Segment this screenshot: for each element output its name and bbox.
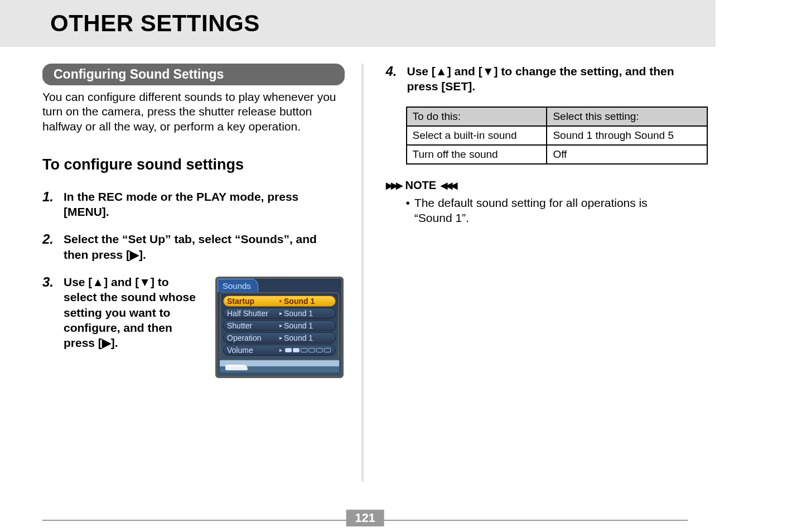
step-number: 2.	[42, 231, 64, 262]
note-decoration-left-icon: ◀◀◀	[441, 180, 456, 191]
settings-table: To do this: Select this setting: Select …	[406, 107, 708, 165]
step-text: In the REC mode or the PLAY mode, press …	[64, 189, 345, 220]
left-column: Configuring Sound Settings You can confi…	[42, 64, 361, 482]
right-column: 4. Use [▲] and [▼] to change the setting…	[364, 64, 688, 482]
table-cell: Sound 1 through Sound 5	[547, 126, 707, 145]
note-heading: ▶▶▶ NOTE ◀◀◀	[386, 179, 688, 192]
play-icon: ▸	[277, 335, 284, 341]
step-3-row: 3. Use [▲] and [▼] to select the sound w…	[42, 274, 345, 378]
page-title-bar: OTHER SETTINGS	[0, 0, 716, 47]
step-2: 2. Select the “Set Up” tab, select “Soun…	[42, 231, 345, 262]
step-text: Use [▲] and [▼] to select the sound whos…	[64, 274, 204, 350]
table-header-cell: Select this setting:	[547, 107, 707, 126]
step-1: 1. In the REC mode or the PLAY mode, pre…	[42, 189, 345, 220]
menu-item-label: Startup	[227, 297, 277, 306]
menu-item-value: Sound 1	[284, 309, 313, 318]
volume-bar	[285, 348, 331, 352]
camera-menu-graphic: Sounds Startup ● Sound 1 Half Shutter ▸ …	[215, 277, 344, 378]
manual-page: OTHER SETTINGS Configuring Sound Setting…	[0, 0, 716, 532]
table-row: Turn off the sound Off	[407, 145, 708, 164]
step-number: 1.	[42, 189, 64, 220]
page-footer: 121	[42, 520, 688, 521]
play-icon: ▸	[277, 322, 284, 328]
table-cell: Select a built-in sound	[407, 126, 547, 145]
menu-item-label: Operation	[227, 333, 277, 342]
page-title: OTHER SETTINGS	[50, 10, 716, 37]
table-header-row: To do this: Select this setting:	[407, 107, 708, 126]
camera-background-image	[220, 360, 339, 373]
note-text: The default sound setting for all operat…	[414, 195, 688, 226]
camera-menu-tab: Sounds	[218, 279, 258, 292]
play-icon: ▸	[277, 347, 284, 353]
camera-menu-item-volume: Volume ▸	[223, 345, 336, 356]
camera-menu-item-operation: Operation ▸ Sound 1	[223, 332, 336, 344]
note-decoration-right-icon: ▶▶▶	[386, 180, 401, 191]
camera-menu-item-shutter: Shutter ▸ Sound 1	[223, 320, 336, 331]
content-area: Configuring Sound Settings You can confi…	[0, 47, 716, 482]
play-icon: ▸	[277, 310, 284, 316]
play-icon: ●	[277, 298, 284, 304]
note-label: NOTE	[405, 179, 437, 192]
bullet-icon: •	[406, 195, 410, 226]
menu-item-label: Volume	[227, 346, 277, 355]
note-body: • The default sound setting for all oper…	[406, 195, 688, 226]
camera-menu-item-startup: Startup ● Sound 1	[223, 296, 336, 307]
menu-item-label: Half Shutter	[227, 309, 277, 318]
note-block: ▶▶▶ NOTE ◀◀◀ • The default sound setting…	[386, 179, 688, 226]
step-3: 3. Use [▲] and [▼] to select the sound w…	[42, 274, 204, 350]
table-cell: Off	[547, 145, 707, 164]
step-number: 4.	[386, 64, 407, 94]
table-header-cell: To do this:	[407, 107, 547, 126]
step-text: Use [▲] and [▼] to change the setting, a…	[407, 64, 688, 94]
intro-paragraph: You can configure different sounds to pl…	[42, 90, 345, 134]
camera-menu-list: Startup ● Sound 1 Half Shutter ▸ Sound 1…	[220, 292, 339, 360]
table-row: Select a built-in sound Sound 1 through …	[407, 126, 708, 145]
menu-item-label: Shutter	[227, 321, 277, 330]
camera-menu-item-half-shutter: Half Shutter ▸ Sound 1	[223, 308, 336, 319]
step-number: 3.	[42, 274, 64, 350]
menu-item-value: Sound 1	[284, 321, 313, 330]
procedure-heading: To configure sound settings	[42, 156, 345, 173]
section-heading-pill: Configuring Sound Settings	[42, 64, 345, 85]
page-number: 121	[346, 510, 384, 526]
table-cell: Turn off the sound	[407, 145, 547, 164]
menu-item-value: Sound 1	[284, 333, 313, 342]
menu-item-value: Sound 1	[284, 297, 315, 306]
step-4: 4. Use [▲] and [▼] to change the setting…	[386, 64, 688, 94]
step-text: Select the “Set Up” tab, select “Sounds”…	[64, 231, 345, 262]
